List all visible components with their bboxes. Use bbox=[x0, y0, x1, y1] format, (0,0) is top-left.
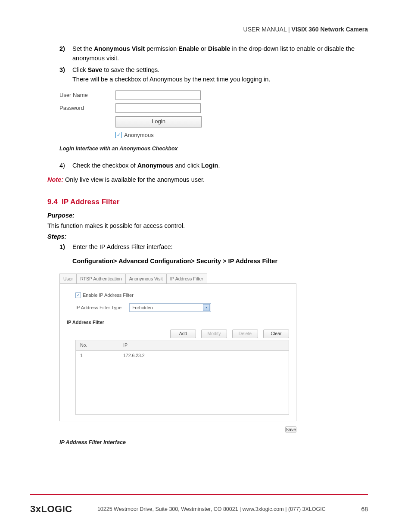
note-label: Note: bbox=[47, 176, 63, 183]
filter-type-value: Forbidden bbox=[132, 304, 153, 311]
table-row[interactable]: 1 172.6.23.2 bbox=[76, 350, 289, 360]
tab-rtsp[interactable]: RTSP Authentication bbox=[76, 274, 126, 283]
modify-button[interactable]: Modify bbox=[201, 330, 227, 338]
note-text: Only live view is available for the anon… bbox=[63, 176, 205, 183]
enable-filter-checkbox[interactable]: ✓ bbox=[75, 292, 81, 298]
step-4-num: 4) bbox=[59, 161, 65, 170]
footer-address: 10225 Westmoor Drive, Suite 300, Westmin… bbox=[72, 506, 351, 512]
purpose-text: This function makes it possible for acce… bbox=[47, 221, 368, 230]
login-figure: User Name Password Login ✓ Anonymous bbox=[59, 90, 207, 140]
page-footer: 3xLOGIC 10225 Westmoor Drive, Suite 300,… bbox=[0, 494, 411, 515]
tab-anonymous[interactable]: Anonymous Visit bbox=[125, 274, 167, 283]
clear-button[interactable]: Clear bbox=[263, 330, 289, 338]
section-step-1-num: 1) bbox=[59, 242, 65, 252]
delete-button[interactable]: Delete bbox=[232, 330, 258, 338]
enable-filter-label: Enable IP Address Filter bbox=[83, 292, 134, 299]
figure2-caption: IP Address Filter Interface bbox=[59, 439, 368, 447]
section-step-1-text: Enter the IP Address Filter interface: bbox=[72, 243, 173, 250]
steps-label: Steps: bbox=[47, 232, 368, 241]
step-2: 2) Set the Anonymous Visit permission En… bbox=[59, 44, 368, 63]
save-button[interactable]: Save bbox=[285, 426, 296, 432]
section-step-1: 1) Enter the IP Address Filter interface… bbox=[59, 242, 368, 252]
purpose-label: Purpose: bbox=[47, 211, 368, 220]
row-num: 1 bbox=[76, 350, 119, 360]
chevron-down-icon: ▾ bbox=[203, 304, 210, 311]
tab-ip-filter[interactable]: IP Address Filter bbox=[166, 274, 207, 283]
username-input[interactable] bbox=[115, 90, 201, 100]
filter-type-dropdown[interactable]: Forbidden ▾ bbox=[129, 303, 211, 312]
step-4: 4) Check the checkbox of Anonymous and c… bbox=[59, 161, 368, 170]
header-left: USER MANUAL bbox=[243, 26, 287, 33]
ip-table: No. IP 1 172.6.23.2 bbox=[75, 340, 289, 415]
section-num: 9.4 bbox=[47, 198, 58, 206]
step-3: 3) Click Save to save the settings. Ther… bbox=[59, 65, 368, 84]
logo: 3xLOGIC bbox=[30, 504, 72, 515]
tab-bar: User RTSP Authentication Anonymous Visit… bbox=[59, 274, 296, 283]
header-sep: | bbox=[288, 26, 290, 33]
row-ip: 172.6.23.2 bbox=[119, 350, 289, 360]
add-button[interactable]: Add bbox=[170, 330, 196, 338]
section-title: IP Address Filter bbox=[62, 198, 119, 206]
filter-figure: User RTSP Authentication Anonymous Visit… bbox=[59, 274, 296, 433]
nav-path: Configuration> Advanced Configuration> S… bbox=[72, 256, 368, 266]
section-heading: 9.4 IP Address Filter bbox=[47, 196, 368, 208]
step-3-sub: There will be a checkbox of Anonymous by… bbox=[72, 75, 368, 84]
tab-user[interactable]: User bbox=[59, 274, 77, 283]
anonymous-checkbox[interactable]: ✓ bbox=[115, 132, 122, 138]
filter-list-heading: IP Address Filter bbox=[67, 319, 289, 326]
figure1-caption: Login Interface with an Anonymous Checkb… bbox=[59, 145, 368, 153]
page-header: USER MANUAL | VISIX 360 Network Camera bbox=[47, 26, 368, 33]
step-3-num: 3) bbox=[59, 65, 65, 75]
password-label: Password bbox=[59, 104, 115, 112]
page-number: 68 bbox=[351, 506, 368, 513]
col-ip: IP bbox=[119, 340, 289, 350]
note-line: Note: Only live view is available for th… bbox=[47, 175, 368, 184]
anonymous-label: Anonymous bbox=[124, 131, 154, 140]
login-button[interactable]: Login bbox=[115, 116, 202, 128]
username-label: User Name bbox=[59, 91, 115, 100]
password-input[interactable] bbox=[115, 103, 201, 113]
filter-type-label: IP Address Filter Type bbox=[75, 304, 121, 311]
step-2-num: 2) bbox=[59, 44, 65, 53]
header-right: VISIX 360 Network Camera bbox=[292, 26, 368, 33]
col-num: No. bbox=[76, 340, 119, 350]
